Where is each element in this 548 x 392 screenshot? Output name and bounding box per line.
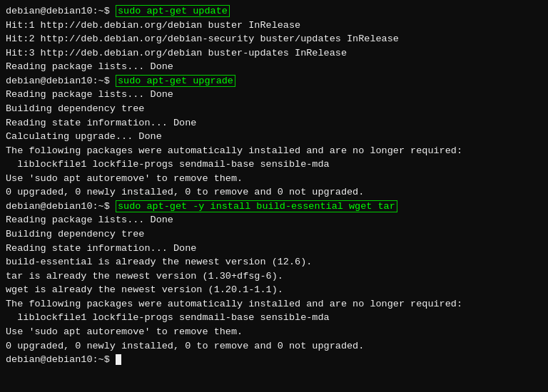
terminal-line: Calculating upgrade... Done bbox=[6, 130, 542, 144]
terminal-line: 0 upgraded, 0 newly installed, 0 to remo… bbox=[6, 185, 542, 200]
terminal-line: debian@debian10:~$ sudo apt-get update bbox=[6, 4, 542, 19]
terminal-line: Reading package lists... Done bbox=[6, 88, 542, 102]
prompt-text: debian@debian10:~$ bbox=[6, 201, 116, 212]
terminal-line: Reading package lists... Done bbox=[6, 213, 542, 227]
terminal-window[interactable]: debian@debian10:~$ sudo apt-get updateHi… bbox=[0, 0, 548, 392]
terminal-line: liblockfile1 lockfile-progs sendmail-bas… bbox=[6, 311, 542, 325]
terminal-line: liblockfile1 lockfile-progs sendmail-bas… bbox=[6, 158, 542, 172]
terminal-line: Reading state information... Done bbox=[6, 116, 542, 130]
terminal-line: Reading package lists... Done bbox=[6, 60, 542, 74]
terminal-line: Building dependency tree bbox=[6, 227, 542, 242]
terminal-line: debian@debian10:~$ bbox=[6, 353, 542, 367]
terminal-line: tar is already the newest version (1.30+… bbox=[6, 269, 542, 284]
terminal-line: Hit:1 http://deb.debian.org/debian buste… bbox=[6, 19, 542, 33]
prompt-text: debian@debian10:~$ bbox=[6, 76, 116, 86]
prompt-text: debian@debian10:~$ bbox=[6, 6, 116, 16]
terminal-line: Use 'sudo apt autoremove' to remove them… bbox=[6, 172, 542, 186]
terminal-line: debian@debian10:~$ sudo apt-get upgrade bbox=[6, 74, 542, 88]
command-highlight: sudo apt-get -y install build-essential … bbox=[116, 200, 397, 212]
terminal-line: build-essential is already the newest ve… bbox=[6, 255, 542, 269]
terminal-line: 0 upgraded, 0 newly installed, 0 to remo… bbox=[6, 339, 542, 354]
terminal-line: The following packages were automaticall… bbox=[6, 144, 542, 158]
terminal-line: Use 'sudo apt autoremove' to remove them… bbox=[6, 325, 542, 339]
prompt-text: debian@debian10:~$ bbox=[6, 354, 116, 365]
cursor bbox=[116, 354, 121, 365]
terminal-line: debian@debian10:~$ sudo apt-get -y insta… bbox=[6, 200, 542, 214]
terminal-line: wget is already the newest version (1.20… bbox=[6, 283, 542, 297]
terminal-line: Hit:2 http://deb.debian.org/debian-secur… bbox=[6, 32, 542, 46]
command-highlight: sudo apt-get upgrade bbox=[116, 75, 235, 87]
command-highlight: sudo apt-get update bbox=[116, 5, 230, 17]
terminal-line: Reading state information... Done bbox=[6, 242, 542, 256]
terminal-line: Hit:3 http://deb.debian.org/debian buste… bbox=[6, 46, 542, 61]
terminal-line: The following packages were automaticall… bbox=[6, 297, 542, 311]
terminal-line: Building dependency tree bbox=[6, 102, 542, 116]
